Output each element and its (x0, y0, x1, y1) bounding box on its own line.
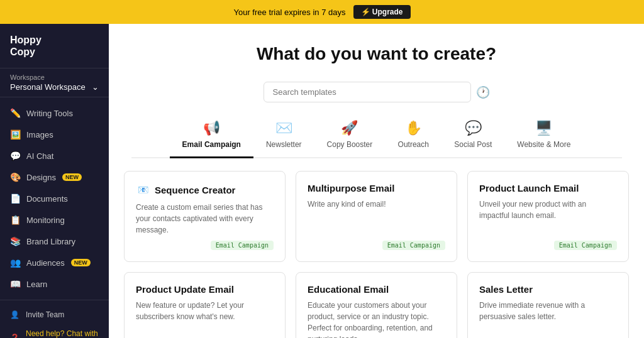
workspace-label: Workspace (10, 74, 99, 81)
learn-icon: 📖 (10, 279, 20, 289)
tab-label: Copy Booster (327, 140, 373, 149)
card-title: Sales Letter (479, 284, 617, 295)
sidebar: Hoppy Copy Workspace Personal Workspace … (0, 24, 109, 338)
chevron-down-icon: ⌄ (92, 82, 99, 92)
card-desc: New feature or update? Let your subscrib… (136, 300, 274, 338)
writing-tools-icon: ✏️ (10, 108, 20, 118)
ai-chat-icon: 💬 (10, 151, 20, 161)
card-title: Educational Email (308, 284, 445, 295)
card-product-update-email[interactable]: Product Update Email New feature or upda… (124, 272, 286, 338)
card-tag: Email Campaign (554, 241, 617, 250)
card-title: Product Launch Email (479, 183, 617, 194)
tab-label: Email Campaign (182, 140, 241, 149)
sidebar-item-label: Images (26, 130, 53, 139)
card-tag: Email Campaign (211, 241, 274, 250)
website-more-icon: 🖥️ (535, 120, 552, 136)
workspace-name[interactable]: Personal Workspace ⌄ (10, 82, 99, 92)
tab-email-campaign[interactable]: 📢 Email Campaign (170, 115, 253, 158)
upgrade-button[interactable]: ⚡ Upgrade (353, 5, 411, 19)
sidebar-item-label: AI Chat (26, 151, 53, 161)
card-desc: Drive immediate revenue with a persuasiv… (479, 300, 617, 338)
main-content: What do you want to create? 🕐 📢 Email Ca… (109, 24, 644, 338)
email-campaign-icon: 📢 (203, 120, 220, 136)
tab-website-more[interactable]: 🖥️ Website & More (504, 115, 583, 158)
sidebar-item-documents[interactable]: 📄 Documents (0, 188, 109, 209)
need-help-icon: ❓ (10, 334, 19, 338)
workspace-section: Workspace Personal Workspace ⌄ (0, 68, 109, 97)
trial-banner: Your free trial expires in 7 days ⚡ Upgr… (0, 0, 644, 24)
sidebar-item-label: Writing Tools (26, 109, 73, 118)
card-title: 📧 Sequence Creator (136, 183, 274, 197)
audiences-badge: NEW (71, 259, 91, 266)
sidebar-item-label: Audiences (26, 258, 65, 268)
card-desc: Create a custom email series that has yo… (136, 202, 274, 236)
documents-icon: 📄 (10, 194, 20, 204)
sidebar-item-audiences[interactable]: 👥 Audiences NEW (0, 252, 109, 273)
cards-grid: 📧 Sequence Creator Create a custom email… (109, 158, 644, 338)
history-icon[interactable]: 🕐 (476, 85, 490, 99)
tab-newsletter[interactable]: ✉️ Newsletter (253, 115, 314, 158)
category-tabs: 📢 Email Campaign ✉️ Newsletter 🚀 Copy Bo… (131, 115, 622, 158)
card-sequence-creator[interactable]: 📧 Sequence Creator Create a custom email… (124, 171, 286, 262)
card-desc: Educate your customers about your produc… (308, 300, 445, 338)
newsletter-icon: ✉️ (275, 120, 292, 136)
sidebar-item-label: Learn (26, 280, 47, 289)
sidebar-item-ai-chat[interactable]: 💬 AI Chat (0, 145, 109, 166)
content-header: What do you want to create? (109, 24, 644, 74)
sidebar-item-images[interactable]: 🖼️ Images (0, 124, 109, 145)
social-post-icon: 💬 (465, 120, 482, 136)
sidebar-item-brand-library[interactable]: 📚 Brand Library (0, 231, 109, 252)
tab-outreach[interactable]: ✋ Outreach (385, 115, 441, 158)
banner-text: Your free trial expires in 7 days (233, 8, 345, 17)
need-help-label: Need help? Chat with us (26, 329, 99, 338)
card-tag: Email Campaign (382, 241, 445, 250)
sidebar-item-invite-team[interactable]: 👤 Invite Team (0, 305, 109, 324)
sidebar-item-monitoring[interactable]: 📋 Monitoring (0, 209, 109, 231)
card-multipurpose-email[interactable]: Multipurpose Email Write any kind of ema… (296, 171, 457, 262)
sequence-creator-icon: 📧 (136, 183, 150, 197)
tab-label: Website & More (517, 140, 570, 149)
sidebar-nav: ✏️ Writing Tools 🖼️ Images 💬 AI Chat 🎨 D… (0, 97, 109, 300)
card-product-launch-email[interactable]: Product Launch Email Unveil your new pro… (467, 171, 629, 262)
images-icon: 🖼️ (10, 129, 20, 139)
logo: Hoppy Copy (0, 24, 109, 68)
sidebar-item-writing-tools[interactable]: ✏️ Writing Tools (0, 102, 109, 124)
sidebar-item-learn[interactable]: 📖 Learn (0, 273, 109, 295)
sidebar-item-designs[interactable]: 🎨 Designs NEW (0, 166, 109, 188)
designs-icon: 🎨 (10, 172, 20, 182)
search-row: 🕐 (251, 82, 502, 102)
card-desc: Unveil your new product with an impactfu… (479, 199, 617, 236)
sidebar-item-label: Designs (26, 173, 56, 182)
search-input[interactable] (264, 82, 471, 102)
tab-copy-booster[interactable]: 🚀 Copy Booster (314, 115, 386, 158)
card-title: Multipurpose Email (308, 183, 445, 194)
sidebar-bottom: 👤 Invite Team ❓ Need help? Chat with us … (0, 300, 109, 338)
brand-library-icon: 📚 (10, 236, 20, 246)
outreach-icon: ✋ (405, 120, 422, 136)
monitoring-icon: 📋 (10, 215, 20, 225)
card-desc: Write any kind of email! (308, 199, 445, 236)
sidebar-item-need-help[interactable]: ❓ Need help? Chat with us (0, 324, 109, 338)
audiences-icon: 👥 (10, 258, 20, 268)
sidebar-item-label: Brand Library (26, 237, 75, 246)
tab-label: Social Post (454, 140, 492, 149)
card-title: Product Update Email (136, 284, 274, 295)
card-educational-email[interactable]: Educational Email Educate your customers… (296, 272, 457, 338)
sidebar-item-label: Monitoring (26, 215, 65, 225)
sidebar-item-label: Documents (26, 194, 68, 204)
page-title: What do you want to create? (121, 44, 631, 64)
invite-team-icon: 👤 (10, 310, 19, 319)
designs-badge: NEW (62, 173, 82, 181)
tab-label: Outreach (398, 140, 429, 149)
tab-social-post[interactable]: 💬 Social Post (441, 115, 504, 158)
invite-team-label: Invite Team (26, 310, 64, 319)
tab-label: Newsletter (266, 140, 302, 149)
card-sales-letter[interactable]: Sales Letter Drive immediate revenue wit… (467, 272, 629, 338)
copy-booster-icon: 🚀 (341, 120, 358, 136)
